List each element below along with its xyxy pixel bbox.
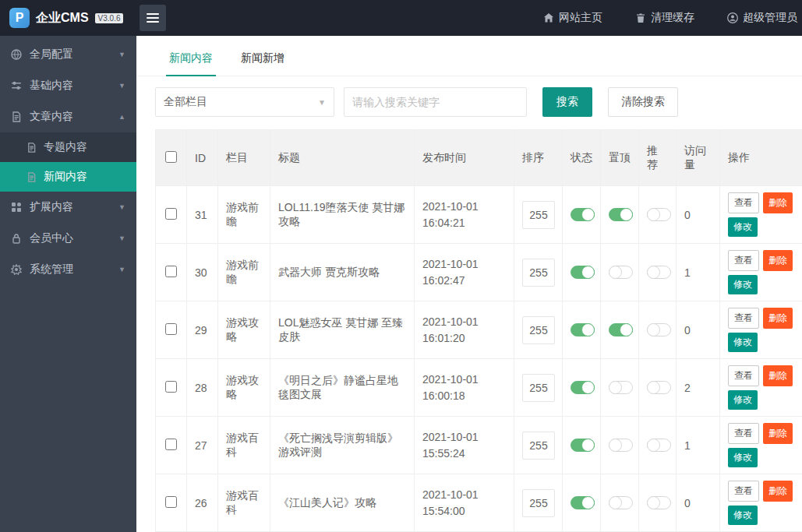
column-header: 推荐 (639, 130, 677, 186)
cell-id: 28 (187, 359, 218, 417)
delete-button[interactable]: 删除 (763, 365, 793, 386)
chevron-down-icon: ▼ (118, 203, 125, 211)
status-toggle[interactable] (571, 266, 595, 279)
cell-category: 游戏前瞻 (218, 244, 270, 301)
recommend-toggle[interactable] (647, 266, 671, 279)
top-toggle[interactable] (609, 266, 633, 279)
cell-views: 0 (677, 474, 720, 532)
cell-recommend (639, 244, 677, 301)
cell-category: 游戏百科 (218, 417, 270, 474)
status-toggle[interactable] (571, 381, 595, 394)
delete-button[interactable]: 删除 (763, 481, 793, 502)
view-button[interactable]: 查看 (728, 481, 759, 502)
toggle-knob (581, 266, 595, 279)
row-checkbox[interactable] (165, 496, 177, 508)
edit-button[interactable]: 修改 (728, 217, 758, 237)
sort-input[interactable] (522, 201, 555, 229)
actions-group: 查看删除修改 (728, 250, 794, 294)
sort-input[interactable] (522, 432, 555, 460)
view-button[interactable]: 查看 (728, 308, 759, 329)
recommend-toggle[interactable] (647, 496, 671, 509)
view-button[interactable]: 查看 (728, 250, 759, 271)
edit-button[interactable]: 修改 (728, 448, 758, 467)
sidebar-item[interactable]: 扩展内容▼ (0, 192, 136, 223)
sort-input[interactable] (522, 374, 555, 402)
sidebar-subitem[interactable]: 专题内容 (0, 132, 136, 162)
cell-status (563, 301, 601, 359)
select-all-checkbox[interactable] (165, 151, 177, 163)
chevron-down-icon: ▼ (118, 82, 125, 90)
row-checkbox[interactable] (165, 439, 177, 450)
top-toggle[interactable] (609, 439, 633, 452)
sidebar-item[interactable]: 全局配置▼ (0, 39, 136, 70)
delete-button[interactable]: 删除 (763, 308, 793, 329)
view-button[interactable]: 查看 (728, 365, 759, 386)
category-select[interactable]: 全部栏目 ▼ (155, 87, 334, 117)
tab[interactable]: 新闻新增 (227, 41, 299, 76)
recommend-toggle[interactable] (647, 323, 671, 336)
delete-button[interactable]: 删除 (763, 250, 793, 271)
top-toggle[interactable] (609, 208, 633, 221)
topnav-item-home[interactable]: 网站主页 (543, 11, 602, 25)
cell-publish-time: 2021-10-0116:02:47 (415, 244, 514, 301)
status-toggle[interactable] (571, 439, 595, 452)
sidebar-item[interactable]: 会员中心▼ (0, 223, 136, 254)
recommend-toggle[interactable] (647, 439, 671, 452)
toggle-knob (609, 266, 622, 279)
cell-recommend (639, 474, 677, 532)
column-header: 状态 (563, 130, 601, 186)
status-toggle[interactable] (571, 496, 595, 509)
publish-clock: 15:54:00 (422, 503, 506, 519)
row-checkbox[interactable] (165, 381, 177, 393)
cell-publish-time: 2021-10-0116:04:21 (415, 186, 514, 244)
view-button[interactable]: 查看 (728, 192, 759, 213)
toggle-knob (581, 323, 595, 336)
clear-search-button[interactable]: 清除搜索 (608, 87, 678, 117)
status-toggle[interactable] (571, 208, 595, 221)
row-checkbox[interactable] (165, 323, 177, 335)
status-toggle[interactable] (571, 323, 595, 336)
cell-title: LOL魅惑女巫 莫甘娜 至臻皮肤 (270, 301, 415, 359)
cell-views: 1 (677, 244, 720, 301)
tab[interactable]: 新闻内容 (155, 41, 227, 76)
sidebar-subitem[interactable]: 新闻内容 (0, 162, 136, 192)
toggle-knob (647, 208, 660, 221)
sidebar-item[interactable]: 系统管理▼ (0, 254, 136, 285)
toggle-knob (609, 381, 622, 394)
sort-input[interactable] (522, 316, 555, 344)
sidebar-item[interactable]: 文章内容▲ (0, 101, 136, 132)
top-toggle[interactable] (609, 323, 633, 336)
gear-icon (11, 264, 22, 275)
doc-icon (11, 111, 22, 122)
edit-button[interactable]: 修改 (728, 390, 758, 410)
edit-button[interactable]: 修改 (728, 275, 758, 294)
edit-button[interactable]: 修改 (728, 333, 758, 352)
toggle-knob (609, 496, 622, 509)
top-toggle[interactable] (609, 496, 633, 509)
edit-button[interactable]: 修改 (728, 506, 758, 525)
topnav-item-admin[interactable]: 超级管理员 (727, 11, 797, 25)
sliders-icon (11, 80, 22, 91)
row-checkbox[interactable] (165, 266, 177, 277)
search-button[interactable]: 搜索 (542, 87, 592, 117)
sort-input[interactable] (522, 489, 555, 517)
cell-views: 0 (677, 301, 720, 359)
delete-button[interactable]: 删除 (763, 423, 793, 444)
publish-clock: 15:55:24 (422, 446, 506, 461)
view-button[interactable]: 查看 (728, 423, 759, 444)
menu-toggle-icon[interactable] (140, 5, 166, 31)
row-checkbox[interactable] (165, 208, 177, 220)
topnav-item-clear-cache[interactable]: 清理缓存 (635, 11, 694, 25)
delete-button[interactable]: 删除 (763, 192, 793, 213)
recommend-toggle[interactable] (647, 208, 671, 221)
sidebar-item[interactable]: 基础内容▼ (0, 70, 136, 101)
top-toggle[interactable] (609, 381, 633, 394)
search-input[interactable] (344, 87, 527, 117)
cell-top (601, 474, 639, 532)
recommend-toggle[interactable] (647, 381, 671, 394)
cell-status (563, 417, 601, 474)
cell-title: 《死亡搁浅导演剪辑版》游戏评测 (270, 417, 415, 474)
sort-input[interactable] (522, 259, 555, 287)
cell-id: 29 (187, 301, 218, 359)
toggle-knob (647, 323, 660, 336)
